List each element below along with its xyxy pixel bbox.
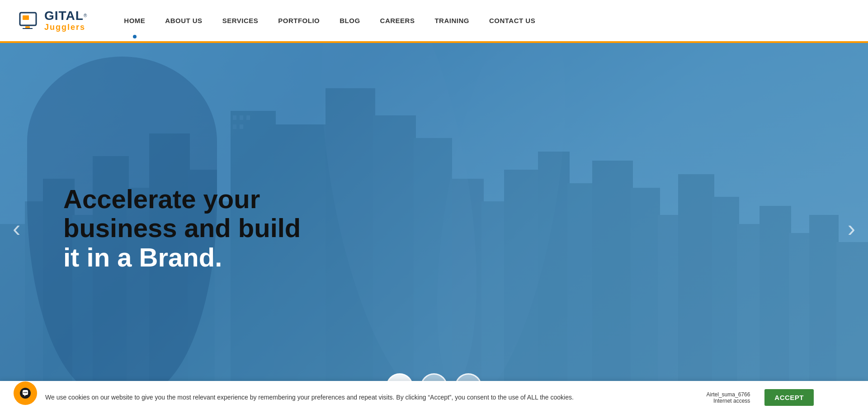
cookie-text: We use cookies on our website to give yo… xyxy=(45,393,698,402)
svg-point-44 xyxy=(24,392,24,393)
slider-next-button[interactable]: › xyxy=(840,212,863,245)
nav-item-services[interactable]: SERVICES xyxy=(212,0,269,42)
hero-line3: it in a Brand. xyxy=(63,242,301,272)
cookie-network-info: Airtel_suma_6766 Internet access xyxy=(707,391,750,404)
network-status: Internet access xyxy=(707,398,750,404)
nav-link-blog[interactable]: BLOG xyxy=(330,0,370,42)
hero-line2: business and build xyxy=(63,214,301,243)
hero-section: Accelerate your business and build it in… xyxy=(0,43,868,414)
svg-point-46 xyxy=(26,392,27,393)
logo[interactable]: GITAL® Jugglers xyxy=(18,9,87,33)
logo-gital: GITAL xyxy=(44,9,84,23)
nav-link-contact[interactable]: CONTACT US xyxy=(479,0,545,42)
nav-item-portfolio[interactable]: PORTFOLIO xyxy=(268,0,330,42)
chat-icon xyxy=(19,387,32,400)
network-name: Airtel_suma_6766 xyxy=(707,391,750,398)
nav-item-contact[interactable]: CONTACT US xyxy=(479,0,545,42)
nav-link-portfolio[interactable]: PORTFOLIO xyxy=(268,0,330,42)
navbar: GITAL® Jugglers HOME ABOUT US SERVICES P… xyxy=(0,0,868,43)
nav-link-services[interactable]: SERVICES xyxy=(212,0,269,42)
nav-link-home[interactable]: HOME xyxy=(114,0,155,42)
hero-line1: Accelerate your xyxy=(63,185,301,214)
nav-item-blog[interactable]: BLOG xyxy=(330,0,370,42)
logo-reg: ® xyxy=(84,13,87,18)
nav-link-careers[interactable]: CAREERS xyxy=(370,0,425,42)
logo-jugglers: Jugglers xyxy=(44,23,87,32)
logo-icon xyxy=(18,9,42,33)
svg-point-45 xyxy=(25,392,26,393)
nav-item-careers[interactable]: CAREERS xyxy=(370,0,425,42)
slider-prev-button[interactable]: ‹ xyxy=(5,212,28,245)
nav-link-about[interactable]: ABOUT US xyxy=(155,0,212,42)
nav-links: HOME ABOUT US SERVICES PORTFOLIO BLOG CA… xyxy=(114,0,850,42)
cookie-banner: We use cookies on our website to give yo… xyxy=(0,381,868,414)
nav-item-about[interactable]: ABOUT US xyxy=(155,0,212,42)
nav-item-home[interactable]: HOME xyxy=(114,0,155,42)
hero-content: Accelerate your business and build it in… xyxy=(63,185,301,272)
cookie-accept-button[interactable]: ACCEPT xyxy=(764,389,814,406)
nav-link-training[interactable]: TRAINING xyxy=(425,0,479,42)
chat-icon-button[interactable] xyxy=(14,381,37,405)
svg-rect-1 xyxy=(23,15,29,20)
logo-text: GITAL® Jugglers xyxy=(44,9,87,32)
nav-item-training[interactable]: TRAINING xyxy=(425,0,479,42)
